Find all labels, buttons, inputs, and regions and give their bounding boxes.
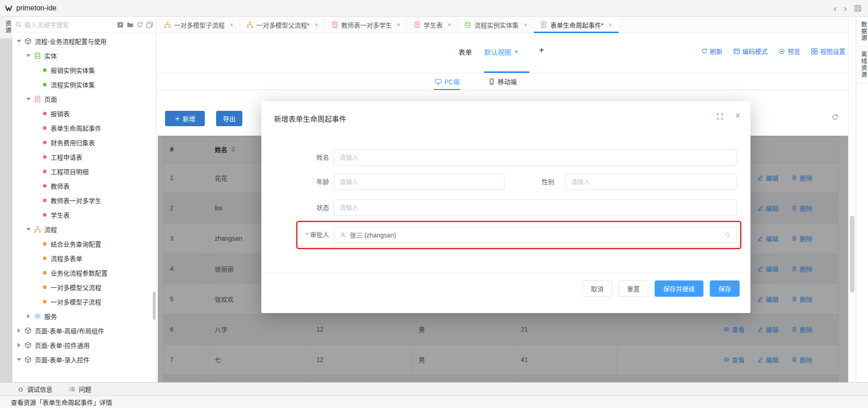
cube-icon: [24, 342, 32, 349]
close-tab-icon[interactable]: ×: [315, 21, 318, 28]
close-tab-icon[interactable]: ×: [230, 21, 233, 28]
new-folder-icon[interactable]: [127, 21, 134, 28]
database-icon: [34, 52, 41, 59]
age-field[interactable]: [334, 174, 505, 190]
tree-item[interactable]: 页面: [12, 92, 156, 106]
close-tab-icon[interactable]: ×: [448, 21, 451, 28]
database-icon: [464, 21, 471, 28]
grid-refresh-icon[interactable]: [831, 114, 839, 121]
tree-item[interactable]: 流程实例实体集: [12, 77, 156, 92]
name-field[interactable]: [334, 149, 737, 166]
locale-file-icon[interactable]: [117, 21, 124, 28]
tree-item[interactable]: 报销实例实体集: [12, 63, 156, 77]
add-button[interactable]: 新增: [165, 111, 205, 126]
preview-button[interactable]: 预览: [778, 47, 800, 56]
refresh-tree-icon[interactable]: [137, 21, 143, 28]
tree-item[interactable]: 流程多表单: [12, 251, 156, 266]
editor-tab-active[interactable]: 表单生命周起事件*×: [534, 17, 619, 33]
search-input[interactable]: [24, 21, 117, 28]
right-rail: 数据源 离线资源: [856, 17, 868, 382]
tab-pc[interactable]: PC端: [435, 77, 459, 86]
save-continue-button[interactable]: 保存并继续: [655, 280, 703, 297]
caret-down-icon[interactable]: [16, 358, 22, 361]
tree-item[interactable]: 流程-业务流程配置与使用: [12, 34, 156, 48]
reset-button[interactable]: 重置: [618, 280, 648, 297]
page-dot-icon: [43, 170, 47, 173]
list-icon: [69, 386, 75, 393]
export-button[interactable]: 导出: [216, 111, 242, 126]
close-tab-icon[interactable]: ×: [397, 21, 401, 28]
tree-item[interactable]: 实体: [12, 48, 156, 63]
caret-down-icon[interactable]: [16, 40, 22, 43]
tree-item[interactable]: 页面-表单-高级/布局组件: [12, 323, 156, 338]
close-dialog-icon[interactable]: ×: [735, 110, 741, 121]
fullscreen-icon[interactable]: [717, 113, 723, 120]
flow-dot-icon: [43, 300, 47, 304]
bottom-panel: 调试信息 问题: [0, 382, 868, 395]
status-field[interactable]: [334, 199, 737, 216]
field-row-name: 姓名: [261, 149, 750, 166]
caret-right-icon[interactable]: [16, 328, 22, 333]
approver-field[interactable]: 张三 (zhangsan): [334, 227, 737, 243]
editor-tab[interactable]: 教师表一对多学生×: [325, 17, 407, 33]
tree-item[interactable]: 财务费用归集表: [12, 135, 156, 150]
back-icon[interactable]: ‹: [834, 5, 837, 12]
phone-icon: [488, 78, 495, 85]
editor-tab[interactable]: 学生表×: [407, 17, 458, 33]
debug-info-tab[interactable]: 调试信息: [17, 384, 52, 394]
flow-dot-icon: [43, 242, 47, 246]
editor-tab[interactable]: 流程实例实体集×: [458, 17, 534, 33]
tab-mobile[interactable]: 移动端: [488, 77, 517, 86]
problems-tab[interactable]: 问题: [69, 384, 91, 394]
caret-down-icon[interactable]: [25, 98, 32, 100]
tree-item[interactable]: 学生表: [12, 208, 156, 222]
caret-right-icon[interactable]: [25, 314, 32, 318]
tree-item[interactable]: 流程: [12, 222, 156, 237]
editor-tab[interactable]: 一对多模型子流程×: [158, 17, 240, 33]
tree-item[interactable]: 一对多模型父流程: [12, 280, 156, 294]
tree-item[interactable]: 服务: [12, 309, 156, 323]
cancel-button[interactable]: 取消: [582, 280, 612, 297]
caret-right-icon[interactable]: [16, 343, 22, 347]
add-view-button[interactable]: +: [539, 45, 544, 56]
save-button[interactable]: 保存: [710, 280, 740, 297]
collapse-all-icon[interactable]: [146, 21, 153, 28]
tree-item[interactable]: 教师表: [12, 179, 156, 193]
tree-item[interactable]: 业务化流程参数配置: [12, 266, 156, 280]
caret-down-icon[interactable]: [25, 228, 32, 231]
caret-down-icon[interactable]: [25, 54, 32, 57]
page-dot-icon: [43, 126, 47, 130]
sidebar-scrollbar[interactable]: [153, 292, 156, 320]
tree-item[interactable]: 结合业务查询配置: [12, 237, 156, 251]
main-scrollbar[interactable]: [848, 17, 856, 382]
page-icon: [34, 95, 41, 103]
tree-item[interactable]: 页面-表单-录入控件: [12, 352, 156, 367]
gender-field[interactable]: [565, 174, 737, 190]
tree-item[interactable]: 报销表: [12, 106, 156, 121]
tree-item[interactable]: 工程申请表: [12, 150, 156, 164]
code-mode-button[interactable]: 编码模式: [733, 47, 768, 56]
scrollbar-thumb[interactable]: [850, 216, 854, 293]
tree-item[interactable]: 教师表一对多学生: [12, 193, 156, 208]
field-row-approver: 审批人 张三 (zhangsan): [261, 227, 750, 243]
view-selector[interactable]: 默认视图▼: [484, 47, 519, 57]
gender-label: 性别: [514, 174, 554, 190]
rail-tab-offline[interactable]: 离线资源: [856, 47, 868, 83]
close-tab-icon[interactable]: ×: [609, 21, 612, 28]
search-icon[interactable]: [724, 232, 731, 238]
editor-tab[interactable]: 一对多模型父流程*×: [240, 17, 325, 33]
refresh-button[interactable]: 刷新: [701, 47, 722, 56]
cube-icon: [24, 356, 32, 363]
tree-item[interactable]: 表单生命周起事件: [12, 121, 156, 135]
add-record-dialog: 新增表单生命周起事件 × 姓名 年龄 性别 状态 审批人 张三 (zhangsa…: [261, 101, 750, 313]
tree-item[interactable]: 页面-表单-控件通用: [12, 338, 156, 352]
forward-icon[interactable]: ›: [844, 5, 847, 12]
tree-item[interactable]: 一对多模型子流程: [12, 294, 156, 309]
tree-item[interactable]: 工程项目明细: [12, 164, 156, 179]
view-settings-button[interactable]: 视图设置: [811, 47, 845, 56]
close-tab-icon[interactable]: ×: [524, 21, 527, 28]
approver-value: 张三 (zhangsan): [350, 230, 396, 239]
rail-tab-datasource[interactable]: 数据源: [856, 17, 868, 47]
rail-tab-resources[interactable]: 资源: [0, 17, 12, 38]
save-icon[interactable]: [854, 5, 862, 12]
